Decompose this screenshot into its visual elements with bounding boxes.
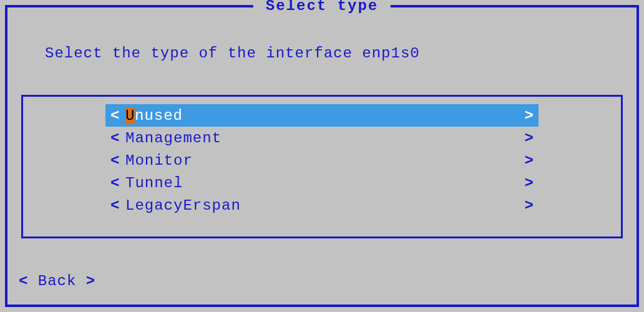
option-label: Unused bbox=[123, 107, 521, 124]
option-unused[interactable]: < Unused > bbox=[105, 104, 539, 127]
chevron-left-icon: < bbox=[110, 130, 123, 147]
option-tunnel[interactable]: < Tunnel > bbox=[105, 172, 539, 194]
dialog-frame: Select type Select the type of the inter… bbox=[5, 5, 639, 307]
chevron-right-icon: > bbox=[521, 130, 534, 147]
chevron-left-icon: < bbox=[110, 107, 123, 124]
chevron-left-icon: < bbox=[110, 152, 123, 169]
chevron-left-icon: < bbox=[110, 175, 123, 192]
back-label: Back bbox=[38, 273, 77, 290]
option-label: Monitor bbox=[123, 152, 521, 169]
dialog-prompt: Select the type of the interface enp1s0 bbox=[45, 45, 420, 62]
option-label: Tunnel bbox=[123, 175, 521, 192]
chevron-left-icon: < bbox=[110, 197, 123, 214]
chevron-left-icon: < bbox=[19, 273, 28, 290]
chevron-right-icon: > bbox=[521, 197, 534, 214]
chevron-right-icon: > bbox=[521, 152, 534, 169]
option-label: LegacyErspan bbox=[123, 197, 521, 214]
option-label: Management bbox=[123, 130, 521, 147]
option-management[interactable]: < Management > bbox=[105, 127, 539, 149]
chevron-right-icon: > bbox=[86, 273, 95, 290]
back-button[interactable]: < Back > bbox=[19, 273, 95, 290]
option-legacyerspan[interactable]: < LegacyErspan > bbox=[105, 194, 539, 217]
options-list-frame: < Unused > < Management > < Monitor > < … bbox=[21, 95, 623, 238]
chevron-right-icon: > bbox=[521, 107, 534, 124]
option-monitor[interactable]: < Monitor > bbox=[105, 149, 539, 172]
dialog-title: Select type bbox=[253, 0, 391, 14]
chevron-right-icon: > bbox=[521, 175, 534, 192]
hotkey-indicator: U bbox=[125, 107, 135, 124]
